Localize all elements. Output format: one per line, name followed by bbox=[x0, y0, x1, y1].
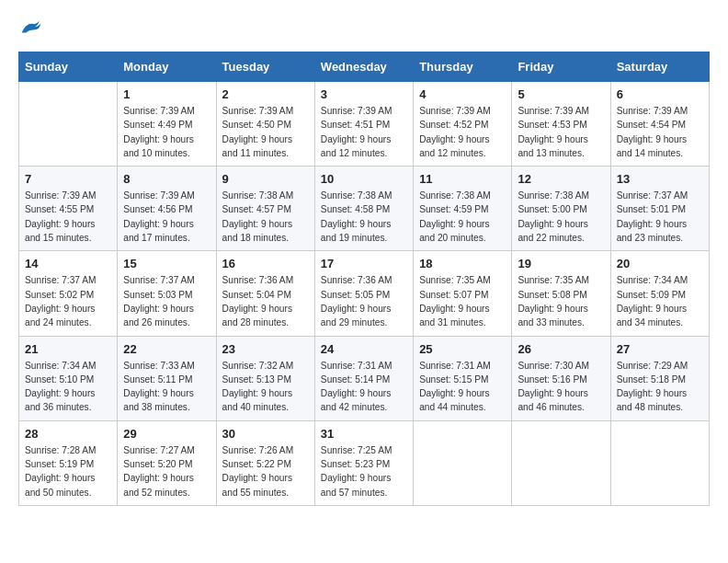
calendar-header-row: SundayMondayTuesdayWednesdayThursdayFrid… bbox=[19, 52, 710, 82]
day-number: 9 bbox=[222, 172, 309, 186]
calendar-cell: 26Sunrise: 7:30 AMSunset: 5:16 PMDayligh… bbox=[512, 336, 610, 420]
day-number: 10 bbox=[321, 172, 407, 186]
calendar-cell: 21Sunrise: 7:34 AMSunset: 5:10 PMDayligh… bbox=[19, 336, 118, 420]
calendar-cell: 13Sunrise: 7:37 AMSunset: 5:01 PMDayligh… bbox=[610, 167, 709, 251]
day-number: 21 bbox=[25, 342, 111, 356]
weekday-header: Friday bbox=[512, 52, 610, 82]
day-number: 24 bbox=[321, 342, 407, 356]
calendar-table: SundayMondayTuesdayWednesdayThursdayFrid… bbox=[18, 52, 710, 506]
day-info: Sunrise: 7:37 AMSunset: 5:01 PMDaylight:… bbox=[617, 189, 703, 245]
calendar-cell: 29Sunrise: 7:27 AMSunset: 5:20 PMDayligh… bbox=[118, 420, 216, 505]
calendar-cell: 22Sunrise: 7:33 AMSunset: 5:11 PMDayligh… bbox=[118, 336, 216, 420]
calendar-cell bbox=[610, 420, 709, 505]
day-info: Sunrise: 7:38 AMSunset: 4:58 PMDaylight:… bbox=[321, 189, 407, 245]
calendar-cell: 3Sunrise: 7:39 AMSunset: 4:51 PMDaylight… bbox=[314, 82, 413, 167]
day-number: 7 bbox=[25, 172, 111, 186]
day-number: 17 bbox=[321, 257, 407, 270]
weekday-header: Wednesday bbox=[314, 52, 413, 82]
day-number: 25 bbox=[419, 342, 506, 356]
calendar-cell: 25Sunrise: 7:31 AMSunset: 5:15 PMDayligh… bbox=[414, 336, 512, 420]
day-number: 30 bbox=[222, 427, 309, 441]
day-info: Sunrise: 7:37 AMSunset: 5:03 PMDaylight:… bbox=[123, 273, 210, 329]
day-info: Sunrise: 7:39 AMSunset: 4:53 PMDaylight:… bbox=[518, 104, 604, 160]
day-info: Sunrise: 7:39 AMSunset: 4:50 PMDaylight:… bbox=[222, 104, 309, 160]
calendar-cell bbox=[414, 420, 512, 505]
day-number: 26 bbox=[518, 342, 604, 356]
day-info: Sunrise: 7:38 AMSunset: 5:00 PMDaylight:… bbox=[518, 189, 604, 245]
page-header bbox=[18, 18, 710, 37]
calendar-cell: 27Sunrise: 7:29 AMSunset: 5:18 PMDayligh… bbox=[610, 336, 709, 420]
day-number: 2 bbox=[222, 87, 309, 101]
weekday-header: Thursday bbox=[414, 52, 512, 82]
day-info: Sunrise: 7:36 AMSunset: 5:04 PMDaylight:… bbox=[222, 273, 309, 329]
day-number: 27 bbox=[617, 342, 703, 356]
day-number: 20 bbox=[617, 257, 703, 270]
logo bbox=[18, 18, 42, 37]
day-info: Sunrise: 7:31 AMSunset: 5:15 PMDaylight:… bbox=[419, 359, 506, 415]
weekday-header: Monday bbox=[118, 52, 216, 82]
day-info: Sunrise: 7:32 AMSunset: 5:13 PMDaylight:… bbox=[222, 359, 309, 415]
day-number: 13 bbox=[617, 172, 703, 186]
day-info: Sunrise: 7:34 AMSunset: 5:09 PMDaylight:… bbox=[617, 273, 703, 329]
weekday-header: Sunday bbox=[19, 52, 118, 82]
weekday-header: Tuesday bbox=[216, 52, 314, 82]
calendar-week-row: 21Sunrise: 7:34 AMSunset: 5:10 PMDayligh… bbox=[19, 336, 710, 420]
calendar-cell: 5Sunrise: 7:39 AMSunset: 4:53 PMDaylight… bbox=[512, 82, 610, 167]
day-number: 4 bbox=[419, 87, 506, 101]
calendar-cell: 20Sunrise: 7:34 AMSunset: 5:09 PMDayligh… bbox=[610, 251, 709, 336]
calendar-week-row: 7Sunrise: 7:39 AMSunset: 4:55 PMDaylight… bbox=[19, 167, 710, 251]
day-info: Sunrise: 7:38 AMSunset: 4:59 PMDaylight:… bbox=[419, 189, 506, 245]
day-info: Sunrise: 7:37 AMSunset: 5:02 PMDaylight:… bbox=[25, 273, 111, 329]
day-number: 29 bbox=[123, 427, 210, 441]
calendar-cell: 23Sunrise: 7:32 AMSunset: 5:13 PMDayligh… bbox=[216, 336, 314, 420]
day-info: Sunrise: 7:25 AMSunset: 5:23 PMDaylight:… bbox=[321, 443, 407, 500]
day-number: 23 bbox=[222, 342, 309, 356]
calendar-cell: 30Sunrise: 7:26 AMSunset: 5:22 PMDayligh… bbox=[216, 420, 314, 505]
calendar-cell: 28Sunrise: 7:28 AMSunset: 5:19 PMDayligh… bbox=[19, 420, 118, 505]
day-info: Sunrise: 7:39 AMSunset: 4:49 PMDaylight:… bbox=[123, 104, 210, 160]
calendar-cell: 19Sunrise: 7:35 AMSunset: 5:08 PMDayligh… bbox=[512, 251, 610, 336]
day-info: Sunrise: 7:39 AMSunset: 4:55 PMDaylight:… bbox=[25, 189, 111, 245]
calendar-week-row: 28Sunrise: 7:28 AMSunset: 5:19 PMDayligh… bbox=[19, 420, 710, 505]
day-info: Sunrise: 7:39 AMSunset: 4:54 PMDaylight:… bbox=[617, 104, 703, 160]
calendar-cell: 17Sunrise: 7:36 AMSunset: 5:05 PMDayligh… bbox=[314, 251, 413, 336]
day-info: Sunrise: 7:28 AMSunset: 5:19 PMDaylight:… bbox=[25, 443, 111, 500]
day-number: 3 bbox=[321, 87, 407, 101]
day-number: 12 bbox=[518, 172, 604, 186]
day-number: 15 bbox=[123, 257, 210, 270]
day-number: 31 bbox=[321, 427, 407, 441]
calendar-cell: 1Sunrise: 7:39 AMSunset: 4:49 PMDaylight… bbox=[118, 82, 216, 167]
calendar-cell: 11Sunrise: 7:38 AMSunset: 4:59 PMDayligh… bbox=[414, 167, 512, 251]
day-info: Sunrise: 7:39 AMSunset: 4:51 PMDaylight:… bbox=[321, 104, 407, 160]
day-number: 6 bbox=[617, 87, 703, 101]
day-number: 22 bbox=[123, 342, 210, 356]
calendar-cell: 15Sunrise: 7:37 AMSunset: 5:03 PMDayligh… bbox=[118, 251, 216, 336]
day-info: Sunrise: 7:31 AMSunset: 5:14 PMDaylight:… bbox=[321, 359, 407, 415]
day-number: 18 bbox=[419, 257, 506, 270]
day-info: Sunrise: 7:34 AMSunset: 5:10 PMDaylight:… bbox=[25, 359, 111, 415]
weekday-header: Saturday bbox=[610, 52, 709, 82]
day-number: 14 bbox=[25, 257, 111, 270]
day-number: 19 bbox=[518, 257, 604, 270]
logo-bird-icon bbox=[20, 18, 42, 37]
day-number: 8 bbox=[123, 172, 210, 186]
day-info: Sunrise: 7:26 AMSunset: 5:22 PMDaylight:… bbox=[222, 443, 309, 500]
day-info: Sunrise: 7:39 AMSunset: 4:56 PMDaylight:… bbox=[123, 189, 210, 245]
calendar-cell: 16Sunrise: 7:36 AMSunset: 5:04 PMDayligh… bbox=[216, 251, 314, 336]
day-info: Sunrise: 7:33 AMSunset: 5:11 PMDaylight:… bbox=[123, 359, 210, 415]
day-info: Sunrise: 7:35 AMSunset: 5:08 PMDaylight:… bbox=[518, 273, 604, 329]
calendar-cell: 14Sunrise: 7:37 AMSunset: 5:02 PMDayligh… bbox=[19, 251, 118, 336]
calendar-cell: 4Sunrise: 7:39 AMSunset: 4:52 PMDaylight… bbox=[414, 82, 512, 167]
calendar-cell: 6Sunrise: 7:39 AMSunset: 4:54 PMDaylight… bbox=[610, 82, 709, 167]
day-number: 16 bbox=[222, 257, 309, 270]
day-info: Sunrise: 7:30 AMSunset: 5:16 PMDaylight:… bbox=[518, 359, 604, 415]
day-number: 28 bbox=[25, 427, 111, 441]
calendar-cell: 8Sunrise: 7:39 AMSunset: 4:56 PMDaylight… bbox=[118, 167, 216, 251]
calendar-cell: 10Sunrise: 7:38 AMSunset: 4:58 PMDayligh… bbox=[314, 167, 413, 251]
day-info: Sunrise: 7:29 AMSunset: 5:18 PMDaylight:… bbox=[617, 359, 703, 415]
calendar-cell: 12Sunrise: 7:38 AMSunset: 5:00 PMDayligh… bbox=[512, 167, 610, 251]
calendar-week-row: 1Sunrise: 7:39 AMSunset: 4:49 PMDaylight… bbox=[19, 82, 710, 167]
calendar-cell: 9Sunrise: 7:38 AMSunset: 4:57 PMDaylight… bbox=[216, 167, 314, 251]
day-info: Sunrise: 7:38 AMSunset: 4:57 PMDaylight:… bbox=[222, 189, 309, 245]
day-number: 1 bbox=[123, 87, 210, 101]
